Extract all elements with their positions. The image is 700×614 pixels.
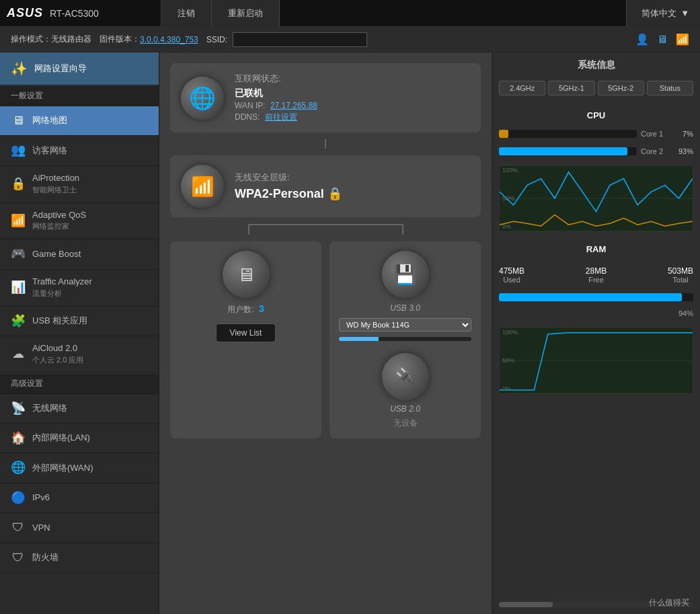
graph-label-0: 0% <box>502 223 511 230</box>
sidebar-item-aicloud[interactable]: ☁ AiCloud 2.0个人云 2.0 应用 <box>0 336 159 373</box>
usb-progress-bar <box>339 337 471 341</box>
internet-title: 互联网状态: <box>235 73 470 85</box>
language-button[interactable]: 简体中文 ▼ <box>626 0 700 27</box>
cpu-core2-row: Core 2 93% <box>499 147 693 155</box>
aicloud-icon: ☁ <box>11 346 26 362</box>
wan-ip-value[interactable]: 27.17.265.88 <box>270 101 317 110</box>
sidebar-item-label: 无线网络 <box>32 403 148 414</box>
wan-ip-label: WAN IP: <box>235 101 266 110</box>
ssid-input[interactable] <box>233 32 367 47</box>
sidebar-item-label: IPv6 <box>32 492 148 504</box>
ram-total: 503MB Total <box>668 266 693 284</box>
tab-5ghz-2[interactable]: 5GHz-2 <box>598 81 644 95</box>
ddns-row: DDNS: 前往设置 <box>235 112 470 123</box>
tab-5ghz-1[interactable]: 5GHz-1 <box>548 81 594 95</box>
wireless-node[interactable]: 📶 无线安全层级: WPA2-Personal 🔒 <box>170 155 481 217</box>
network-map: 🌐 互联网状态: 已联机 WAN IP: 27.17.265.88 DDNS: … <box>159 52 492 614</box>
wizard-label: 网路设置向导 <box>34 63 87 75</box>
ddns-link[interactable]: 前往设置 <box>265 112 297 122</box>
sidebar-item-lan[interactable]: 🏠 内部网络(LAN) <box>0 424 159 453</box>
clients-node: 🖥 用户数: 3 View List <box>170 241 321 438</box>
model: RT-AC5300 <box>50 8 99 19</box>
logout-button[interactable]: 注销 <box>161 0 212 27</box>
wireless-security: WPA2-Personal 🔒 <box>235 186 470 201</box>
aiprotection-icon: 🔒 <box>11 176 26 192</box>
sidebar-item-label: VPN <box>32 523 148 534</box>
sidebar-item-adaptive-qos[interactable]: 📶 Adaptive QoS网络监控家 <box>0 203 159 240</box>
sidebar-wizard[interactable]: ✨ 网路设置向导 <box>0 52 159 85</box>
tab-status[interactable]: Status <box>647 81 693 95</box>
section-advanced-title: 高级设置 <box>0 373 159 394</box>
ram-total-label: Total <box>668 276 693 284</box>
sidebar-item-label: 内部网络(LAN) <box>32 432 148 444</box>
firewall-icon: 🛡 <box>11 550 26 566</box>
status-icons: 👤 🖥 📶 <box>635 33 689 46</box>
firmware-value[interactable]: 3.0.0.4.380_753 <box>140 35 198 44</box>
usb-device-dropdown[interactable]: WD My Book 114G <box>339 318 471 332</box>
cpu-core1-label: Core 1 <box>641 130 668 138</box>
ram-graph: 100% 50% 0% <box>499 327 693 394</box>
wizard-icon: ✨ <box>11 61 28 77</box>
no-device-text: 无设备 <box>393 418 418 429</box>
ram-total-val: 503MB <box>668 266 693 276</box>
usb20-section: 🔌 USB 2.0 无设备 <box>339 353 471 429</box>
mode-label: 操作模式： <box>11 34 51 45</box>
cpu-core1-pct: 7% <box>672 130 693 138</box>
wifi-icon[interactable]: 📶 <box>676 33 689 46</box>
adaptive-qos-icon: 📶 <box>11 213 26 229</box>
sidebar-item-guest-network[interactable]: 👥 访客网络 <box>0 136 159 165</box>
branch-container: 🖥 用户数: 3 View List 💾 USB 3.0 WD My Book … <box>170 241 481 438</box>
view-list-button[interactable]: View List <box>216 323 276 342</box>
clients-label: 用户数: 3 <box>227 303 264 315</box>
sidebar-item-label: AiCloud 2.0个人云 2.0 应用 <box>32 343 148 366</box>
ssid-label: SSID: <box>206 35 227 44</box>
wireless-title: 无线安全层级: <box>235 171 470 184</box>
sidebar-item-ipv6[interactable]: 🔵 IPv6 <box>0 484 159 513</box>
sidebar-item-firewall[interactable]: 🛡 防火墙 <box>0 543 159 573</box>
internet-status: 已联机 <box>235 87 470 100</box>
tab-2.4ghz[interactable]: 2.4GHz <box>499 81 545 95</box>
ram-stats: 475MB Used 28MB Free 503MB Total <box>499 266 693 284</box>
sidebar-item-aiprotection[interactable]: 🔒 AiProtection智能网络卫士 <box>0 166 159 203</box>
traffic-analyzer-icon: 📊 <box>11 280 26 295</box>
sidebar-item-wan[interactable]: 🌐 外部网络(WAN) <box>0 453 159 483</box>
clients-icon: 🖥 <box>223 251 270 298</box>
sidebar: ✨ 网路设置向导 一般设置 🖥 网络地图 👥 访客网络 🔒 AiProtecti… <box>0 52 159 614</box>
ram-used-val: 475MB <box>499 266 524 276</box>
lan-icon: 🏠 <box>11 430 26 446</box>
cpu-core1-fill <box>499 130 508 138</box>
internet-info: 互联网状态: 已联机 WAN IP: 27.17.265.88 DDNS: 前往… <box>235 73 470 123</box>
wireless-info: 无线安全层级: WPA2-Personal 🔒 <box>235 171 470 201</box>
top-right: 简体中文 ▼ <box>626 0 700 27</box>
sidebar-item-vpn[interactable]: 🛡 VPN <box>0 513 159 543</box>
ram-graph-label-100: 100% <box>502 329 518 336</box>
vpn-icon: 🛡 <box>11 520 26 535</box>
cpu-core1-row: Core 1 7% <box>499 130 693 138</box>
guest-network-icon: 👥 <box>11 143 26 158</box>
users-count: 3 <box>259 303 264 314</box>
sidebar-item-usb[interactable]: 🧩 USB 相关应用 <box>0 307 159 336</box>
usb20-icon: 🔌 <box>382 353 429 400</box>
ram-free-val: 28MB <box>586 266 607 276</box>
ram-bar-fill <box>499 293 682 301</box>
ipv6-icon: 🔵 <box>11 490 26 506</box>
cpu-core2-label: Core 2 <box>641 147 668 155</box>
ram-bar-track <box>499 293 693 301</box>
sidebar-item-game-boost[interactable]: 🎮 Game Boost <box>0 239 159 269</box>
monitor-icon[interactable]: 🖥 <box>657 34 668 46</box>
reboot-button[interactable]: 重新启动 <box>212 0 280 27</box>
sidebar-item-label: 访客网络 <box>32 145 148 157</box>
watermark: 什么值得买 <box>649 597 689 609</box>
ram-used-label: Used <box>499 276 524 284</box>
branch-connector <box>170 224 481 235</box>
user-icon[interactable]: 👤 <box>635 33 649 46</box>
cpu-section-header: CPU <box>499 110 693 120</box>
graph-label-50: 50% <box>502 195 514 202</box>
internet-node[interactable]: 🌐 互联网状态: 已联机 WAN IP: 27.17.265.88 DDNS: … <box>170 63 481 132</box>
sidebar-item-traffic-analyzer[interactable]: 📊 Traffic Analyzer流量分析 <box>0 270 159 307</box>
sidebar-item-wireless[interactable]: 📡 无线网络 <box>0 394 159 424</box>
scrollbar-thumb[interactable] <box>499 602 553 607</box>
cpu-graph-svg <box>500 165 693 231</box>
firmware-label: 固件版本： <box>100 34 140 45</box>
sidebar-item-network-map[interactable]: 🖥 网络地图 <box>0 106 159 136</box>
